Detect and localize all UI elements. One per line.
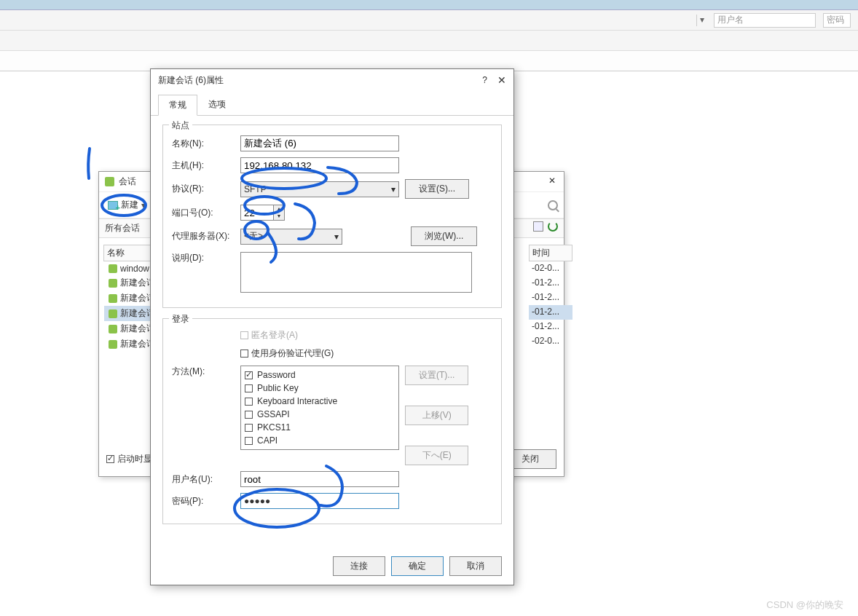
time-cell: -02-0... [529,334,572,349]
settings-button[interactable]: 设置(S)... [405,179,469,199]
time-cell: -01-2... [529,291,572,305]
login-group: 登录 匿名登录(A) 使用身份验证代理(G) 方法(M): PasswordPu… [162,318,502,524]
session-icon [109,325,117,333]
cancel-button[interactable]: 取消 [449,556,502,576]
browse-button[interactable]: 浏览(W)... [411,226,477,246]
port-input[interactable] [240,205,274,221]
host-input[interactable] [240,157,399,173]
column-header-time[interactable]: 时间 [529,245,572,261]
session-icon [109,279,117,288]
checkbox-icon [106,455,114,463]
anonymous-checkbox: 匿名登录(A) [240,329,298,341]
password-input[interactable]: ●●●●● [240,493,399,509]
time-column: 时间 -02-0...-01-2...-01-2...-01-2...-01-2… [529,245,572,349]
method-item[interactable]: Password [243,368,396,382]
refresh-icon[interactable] [548,221,558,232]
new-icon [108,201,118,210]
user-label: 用户名(U): [172,473,235,486]
session-properties-dialog: 新建会话 (6)属性 ? ✕ 常规 选项 站点 名称(N): 主机(H): 协议… [150,68,514,585]
name-label: 名称(N): [172,138,235,150]
username-input[interactable] [240,471,399,487]
proxy-select[interactable]: <无>▾ [240,229,342,245]
startup-checkbox[interactable]: 启动时显 [106,453,152,465]
movedown-button: 下へ(E) [405,446,468,465]
site-group: 站点 名称(N): 主机(H): 协议(R): SFTP▾ 设置(S)... 端… [162,125,502,308]
port-label: 端口号(O): [172,207,235,219]
app-icon [105,177,114,186]
checkbox-icon [240,350,248,358]
checkbox-icon [245,398,253,406]
protocol-label: 协议(R): [172,183,235,195]
method-item[interactable]: GSSAPI [243,408,396,421]
method-item[interactable]: Keyboard Interactive [243,395,396,408]
tabbar: 常规 选项 [151,94,513,116]
window-titlebar [0,0,858,10]
desc-label: 说明(D): [172,252,235,264]
site-group-label: 站点 [169,119,192,132]
session-icon [109,340,117,349]
name-input[interactable] [240,135,399,151]
dialog-footer: 连接 确定 取消 [333,556,502,576]
method-item[interactable]: PKCS11 [243,421,396,434]
time-cell: -02-0... [529,261,572,276]
new-button-label: 新建 [121,199,138,211]
new-session-button[interactable]: 新建 ▾ [105,197,149,213]
time-cell: -01-2... [529,305,572,320]
help-icon[interactable]: ? [482,75,487,85]
close-icon[interactable]: ✕ [546,175,558,186]
tab-options[interactable]: 选项 [197,94,237,115]
checkbox-icon [240,331,248,339]
search-icon[interactable] [548,200,558,210]
agent-checkbox[interactable]: 使用身份验证代理(G) [240,347,334,360]
checkbox-icon [245,424,253,432]
method-label: 方法(M): [172,366,235,378]
method-item[interactable]: CAPI [243,434,396,447]
spin-down-icon[interactable]: ▼ [274,213,284,220]
app-toolbar: ▾ 用户名 密码 [0,10,858,31]
proxy-label: 代理服务器(X): [172,230,235,242]
time-cell: -01-2... [529,320,572,334]
session-icon [109,309,117,318]
checkbox-icon [245,411,253,419]
port-spinner[interactable]: ▲▼ [240,205,285,221]
password-input[interactable]: 密码 [823,13,851,28]
session-icon [109,264,117,273]
spin-up-icon[interactable]: ▲ [274,205,284,213]
copy-icon[interactable] [533,221,543,232]
settings2-button: 设置(T)... [405,366,468,385]
desc-textarea[interactable] [240,252,472,293]
moveup-button: 上移(V) [405,406,468,425]
tab-general[interactable]: 常规 [158,95,197,116]
dialog-titlebar[interactable]: 新建会话 (6)属性 ? ✕ [151,69,513,91]
connect-button[interactable]: 连接 [333,556,385,576]
chevron-down-icon: ▾ [334,232,339,242]
ok-button[interactable]: 确定 [391,556,444,576]
protocol-select[interactable]: SFTP▾ [240,181,399,197]
method-item[interactable]: Public Key [243,382,396,395]
host-label: 主机(H): [172,159,235,172]
checkbox-icon [245,371,253,379]
pass-label: 密码(P): [172,495,235,508]
close-icon[interactable]: ✕ [497,74,506,86]
methods-list[interactable]: PasswordPublic KeyKeyboard InteractiveGS… [240,366,399,450]
time-cell: -01-2... [529,276,572,291]
checkbox-icon [245,384,253,392]
login-group-label: 登录 [169,313,192,325]
sessions-title: 会话 [119,175,136,188]
chevron-down-icon[interactable]: ▾ [141,200,146,210]
dialog-title: 新建会话 (6)属性 [158,74,482,87]
dropdown-caret-icon[interactable]: ▾ [696,15,707,26]
chevron-down-icon: ▾ [391,184,395,194]
username-input[interactable]: 用户名 [714,13,816,28]
watermark: CSDN @你的晚安 [766,599,843,612]
checkbox-icon [245,437,253,445]
toolbar-strip [0,31,858,51]
session-icon [109,294,117,303]
